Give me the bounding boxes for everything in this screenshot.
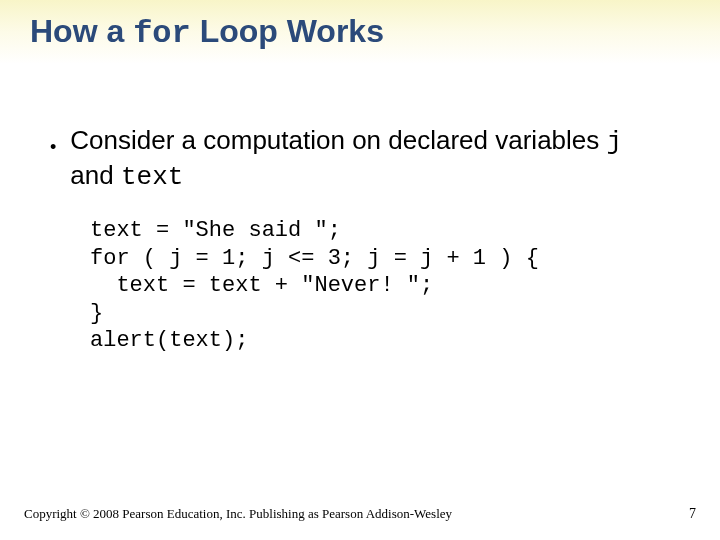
code-line-4: } (90, 301, 103, 326)
bullet-mid: and (70, 160, 121, 190)
code-line-3: text = text + "Never! "; (90, 273, 433, 298)
bullet-mono-text: text (121, 162, 183, 192)
title-band: How a for Loop Works (0, 0, 720, 64)
code-line-5: alert(text); (90, 328, 248, 353)
bullet-mono-j: j (607, 127, 623, 157)
title-post: Loop Works (191, 13, 384, 49)
bullet-dot-icon: • (50, 136, 56, 159)
code-line-1: text = "She said "; (90, 218, 341, 243)
title-pre: How a (30, 13, 133, 49)
bullet-pre: Consider a computation on declared varia… (70, 125, 606, 155)
title-mono: for (133, 15, 191, 52)
slide-content: • Consider a computation on declared var… (0, 64, 720, 355)
code-line-2: for ( j = 1; j <= 3; j = j + 1 ) { (90, 246, 539, 271)
bullet-item: • Consider a computation on declared var… (50, 124, 670, 193)
code-block: text = "She said "; for ( j = 1; j <= 3;… (90, 217, 670, 355)
slide-footer: Copyright © 2008 Pearson Education, Inc.… (24, 506, 696, 522)
bullet-text: Consider a computation on declared varia… (70, 124, 670, 193)
page-number: 7 (689, 506, 696, 522)
slide-title: How a for Loop Works (30, 14, 720, 51)
copyright-text: Copyright © 2008 Pearson Education, Inc.… (24, 506, 452, 522)
